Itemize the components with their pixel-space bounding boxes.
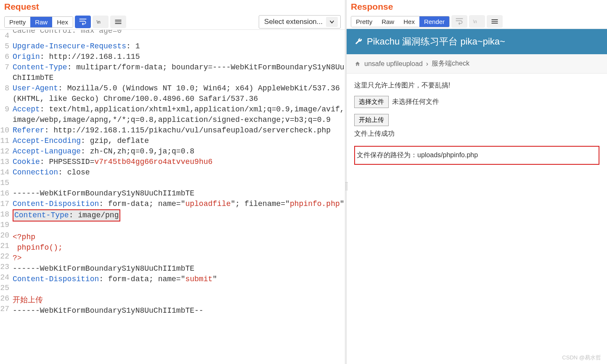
response-content: 这里只允许上传图片，不要乱搞! 选择文件 未选择任何文件 开始上传 文件上传成功… — [347, 74, 607, 172]
hamburger-icon[interactable] — [487, 15, 503, 28]
panel-divider[interactable] — [345, 0, 347, 364]
choose-file-button[interactable]: 选择文件 — [354, 96, 389, 108]
saved-path-highlight: 文件保存的路径为：uploads/phpinfo.php — [354, 146, 599, 165]
response-view-tabs: Pretty Raw Hex Render — [351, 16, 450, 27]
tab-pretty[interactable]: Pretty — [5, 17, 30, 27]
svg-text:\n: \n — [473, 19, 477, 24]
request-toolbar: Pretty Raw Hex \n Select extension... — [0, 14, 345, 30]
file-status: 未选择任何文件 — [392, 98, 439, 106]
line-gutter: 4567 8 9 1011121314151617181920212223242… — [0, 30, 11, 364]
upload-result: 文件上传成功 — [354, 129, 599, 138]
tab-render[interactable]: Render — [419, 16, 449, 27]
banner-title: Pikachu 漏洞练习平台 pika~pika~ — [367, 35, 505, 48]
intro-text: 这里只允许上传图片，不要乱搞! — [354, 81, 599, 90]
show-nonprintable-icon[interactable]: \n — [469, 15, 485, 28]
tab-hex[interactable]: Hex — [399, 16, 419, 27]
breadcrumb-link[interactable]: unsafe upfileupload — [364, 60, 423, 68]
request-header: Request — [0, 0, 345, 14]
request-body[interactable]: Cache Control: max age=0Upgrade-Insecure… — [11, 30, 345, 364]
svg-text:\n: \n — [97, 19, 101, 24]
hamburger-icon[interactable] — [110, 16, 126, 28]
request-editor[interactable]: 4567 8 9 1011121314151617181920212223242… — [0, 30, 345, 364]
wrap-toggle-icon[interactable] — [75, 16, 91, 28]
response-render: Pikachu 漏洞练习平台 pika~pika~ unsafe upfileu… — [347, 29, 607, 364]
saved-path-text: 文件保存的路径为：uploads/phpinfo.php — [357, 151, 478, 158]
home-icon — [354, 61, 361, 67]
page-banner: Pikachu 漏洞练习平台 pika~pika~ — [347, 29, 607, 54]
response-header: Response — [347, 0, 607, 14]
wrap-toggle-icon[interactable] — [451, 15, 467, 28]
tab-raw[interactable]: Raw — [30, 17, 52, 27]
tab-raw[interactable]: Raw — [377, 16, 399, 27]
extension-select-label: Select extension... — [264, 18, 323, 26]
breadcrumb-current: 服务端check — [432, 59, 469, 68]
show-nonprintable-icon[interactable]: \n — [93, 16, 109, 28]
response-toolbar: Pretty Raw Hex Render \n — [347, 14, 607, 29]
extension-select[interactable]: Select extension... — [259, 15, 341, 29]
response-panel: Response Pretty Raw Hex Render \n Pikach… — [347, 0, 607, 364]
breadcrumb: unsafe upfileupload › 服务端check — [347, 54, 607, 74]
request-view-tabs: Pretty Raw Hex — [4, 16, 73, 28]
tab-pretty[interactable]: Pretty — [351, 16, 377, 27]
watermark: CSDN @易水哲 — [562, 354, 601, 361]
chevron-down-icon — [326, 17, 338, 27]
tab-hex[interactable]: Hex — [52, 17, 73, 27]
wrench-icon — [354, 37, 363, 46]
request-panel: Request Pretty Raw Hex \n Select extensi… — [0, 0, 345, 364]
upload-button[interactable]: 开始上传 — [354, 114, 389, 126]
